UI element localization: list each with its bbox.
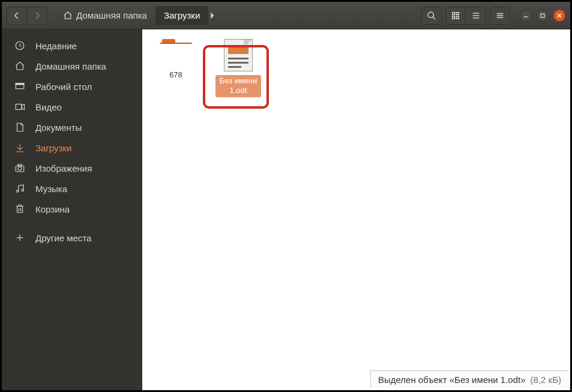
- svg-rect-5: [453, 16, 455, 19]
- breadcrumb-current[interactable]: Загрузки: [155, 6, 208, 25]
- svg-marker-21: [22, 104, 25, 110]
- breadcrumb-home[interactable]: Домашняя папка: [55, 6, 155, 25]
- close-button[interactable]: [553, 10, 565, 22]
- svg-rect-26: [18, 164, 22, 166]
- trash-icon: [14, 204, 25, 214]
- breadcrumb-more[interactable]: [208, 12, 217, 19]
- sidebar-item-pictures[interactable]: Изображения: [2, 158, 142, 178]
- sidebar-item-other-places[interactable]: Другие места: [2, 228, 142, 248]
- download-icon: [14, 142, 25, 153]
- nav-history-group: [7, 7, 47, 25]
- sidebar: Недавние Домашняя папка Рабочий стол Вид…: [2, 29, 142, 390]
- desktop-icon: [14, 81, 25, 92]
- sidebar-item-label: Изображения: [35, 163, 92, 173]
- home-icon: [63, 11, 73, 20]
- svg-line-2: [433, 17, 435, 19]
- plus-icon: [14, 232, 25, 243]
- folder-item[interactable]: 678: [153, 39, 199, 81]
- hamburger-icon: [495, 11, 505, 20]
- file-label: Без имени 1.odt: [215, 75, 261, 97]
- breadcrumb-home-label: Домашняя папка: [76, 10, 147, 20]
- sidebar-item-label: Корзина: [35, 204, 70, 214]
- forward-button[interactable]: [27, 7, 47, 25]
- sidebar-item-downloads[interactable]: Загрузки: [2, 137, 142, 158]
- breadcrumb: Домашняя папка Загрузки: [55, 6, 217, 25]
- list-icon: [471, 11, 481, 20]
- sidebar-item-desktop[interactable]: Рабочий стол: [2, 76, 142, 97]
- search-button[interactable]: [421, 7, 442, 25]
- window-controls: [520, 10, 565, 22]
- svg-rect-19: [16, 83, 24, 85]
- breadcrumb-current-label: Загрузки: [164, 10, 200, 20]
- sidebar-item-label: Загрузки: [35, 143, 71, 153]
- chevron-left-icon: [12, 11, 22, 20]
- sidebar-item-label: Рабочий стол: [35, 82, 92, 92]
- video-icon: [14, 101, 25, 112]
- view-list-button[interactable]: [466, 7, 486, 25]
- camera-icon: [14, 163, 25, 173]
- sidebar-item-documents[interactable]: Документы: [2, 117, 142, 137]
- document-item[interactable]: Без имени 1.odt: [215, 39, 261, 97]
- maximize-icon: [540, 13, 546, 19]
- svg-rect-20: [16, 104, 22, 110]
- hamburger-menu-button[interactable]: [490, 7, 510, 25]
- svg-rect-3: [453, 12, 455, 14]
- sidebar-item-label: Музыка: [35, 184, 67, 194]
- sidebar-item-videos[interactable]: Видео: [2, 97, 142, 117]
- status-bar: Выделен объект «Без имени 1.odt» (8,2 кБ…: [370, 370, 568, 388]
- svg-point-27: [17, 190, 19, 192]
- svg-rect-4: [456, 12, 459, 14]
- view-grid-button[interactable]: [445, 7, 466, 25]
- sidebar-item-label: Домашняя папка: [35, 61, 106, 71]
- minimize-icon: [523, 13, 529, 19]
- music-icon: [14, 183, 25, 194]
- sidebar-item-label: Документы: [35, 122, 82, 133]
- doc-icon: [14, 122, 25, 133]
- sidebar-item-recent[interactable]: Недавние: [2, 35, 142, 56]
- svg-point-1: [428, 12, 433, 17]
- minimize-button[interactable]: [520, 10, 532, 22]
- svg-rect-6: [456, 16, 459, 19]
- chevron-right-icon: [32, 11, 42, 20]
- file-grid[interactable]: 678 Без имени 1.odt: [142, 29, 570, 390]
- view-mode-group: [445, 7, 486, 25]
- sidebar-item-home[interactable]: Домашняя папка: [2, 56, 142, 76]
- svg-point-28: [22, 189, 23, 191]
- search-icon: [427, 11, 436, 20]
- maximize-button[interactable]: [537, 10, 549, 22]
- status-size: (8,2 кБ): [531, 375, 561, 385]
- svg-rect-14: [541, 14, 544, 17]
- svg-marker-0: [211, 12, 214, 19]
- sidebar-item-music[interactable]: Музыка: [2, 178, 142, 199]
- document-icon: [224, 39, 253, 71]
- toolbar: Домашняя папка Загрузки: [2, 2, 570, 29]
- clock-icon: [14, 40, 25, 51]
- file-label: 678: [167, 69, 185, 81]
- sidebar-item-label: Видео: [35, 102, 62, 112]
- status-text: Выделен объект «Без имени 1.odt»: [378, 375, 526, 385]
- back-button[interactable]: [7, 7, 27, 25]
- triangle-right-icon: [211, 12, 215, 19]
- svg-point-25: [18, 167, 22, 170]
- sidebar-item-label: Другие места: [35, 233, 91, 243]
- home-icon: [14, 61, 25, 71]
- sidebar-item-trash[interactable]: Корзина: [2, 199, 142, 219]
- folder-icon: [160, 39, 192, 65]
- sidebar-item-label: Недавние: [35, 41, 77, 51]
- close-icon: [556, 13, 562, 19]
- grid-icon: [451, 11, 460, 20]
